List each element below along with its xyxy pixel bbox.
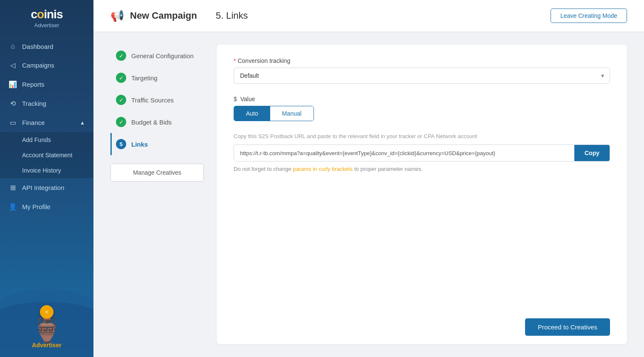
step-label: General Configuration — [131, 52, 194, 60]
postback-url-input[interactable] — [234, 145, 574, 161]
conversion-tracking-select-wrapper: Default Custom ▾ — [234, 68, 610, 84]
page-title: New Campaign — [130, 10, 197, 21]
step-label: Links — [131, 141, 148, 148]
params-highlight: params in curly brackets — [293, 166, 353, 172]
sidebar-item-add-funds[interactable]: Add Funds — [0, 132, 93, 147]
steps-panel: ✓ General Configuration ✓ Targeting ✓ Tr… — [110, 45, 204, 344]
auto-toggle-button[interactable]: Auto — [234, 106, 270, 121]
logo-text: coinis — [8, 8, 85, 21]
sidebar-item-label: API Integration — [22, 184, 64, 191]
top-bar: 📢 New Campaign 5. Links Leave Creating M… — [93, 0, 644, 32]
home-icon: ⌂ — [8, 42, 17, 50]
sidebar-item-label: Finance — [22, 119, 45, 126]
sidebar-item-my-profile[interactable]: 👤 My Profile — [0, 197, 93, 216]
step-check-icon: ✓ — [116, 51, 126, 61]
conversion-tracking-section: *Conversion tracking Default Custom ▾ — [234, 57, 610, 84]
step-label: Targeting — [131, 74, 158, 82]
copy-button[interactable]: Copy — [574, 145, 610, 161]
postback-hint: Copy this S2S Postback URL and paste to … — [234, 133, 610, 139]
dollar-sign: $ — [234, 96, 237, 102]
step-links[interactable]: 5 Links — [110, 133, 204, 155]
chevron-up-icon: ▲ — [80, 120, 85, 126]
sidebar-item-label: Tracking — [22, 100, 46, 107]
step-check-icon: ✓ — [116, 117, 126, 127]
manage-creatives-button[interactable]: Manage Creatives — [110, 164, 204, 181]
required-star: * — [234, 57, 236, 64]
api-icon: ⊞ — [8, 184, 17, 192]
postback-url-row: Copy — [234, 144, 610, 162]
sidebar-user-label: Advertiser — [0, 342, 93, 348]
sidebar-item-label: Campaigns — [22, 62, 54, 69]
sidebar-item-campaigns[interactable]: ◁ Campaigns — [0, 56, 93, 75]
sidebar: coinis Advertiser ⌂ Dashboard ◁ Campaign… — [0, 0, 93, 357]
sidebar-item-invoice-history[interactable]: Invoice History — [0, 163, 93, 178]
step-title: 5. Links — [216, 10, 248, 21]
params-note: Do not forget to change params in curly … — [234, 166, 610, 172]
conversion-tracking-label: *Conversion tracking — [234, 57, 610, 64]
leave-creating-mode-button[interactable]: Leave Creating Mode — [551, 8, 627, 23]
proceed-to-creatives-button[interactable]: Proceed to Creatives — [525, 318, 610, 336]
step-general-configuration[interactable]: ✓ General Configuration — [110, 45, 204, 67]
value-label: $ Value — [234, 96, 610, 102]
step-label: Traffic Sources — [131, 96, 174, 104]
logo-subtitle: Advertiser — [8, 22, 85, 28]
sidebar-item-dashboard[interactable]: ⌂ Dashboard — [0, 37, 93, 56]
sidebar-item-tracking[interactable]: ⟲ Tracking — [0, 94, 93, 113]
step-targeting[interactable]: ✓ Targeting — [110, 67, 204, 89]
step-check-icon: ✓ — [116, 73, 126, 83]
postback-section: Copy this S2S Postback URL and paste to … — [234, 133, 610, 172]
tracking-icon: ⟲ — [8, 99, 17, 108]
main-content: 📢 New Campaign 5. Links Leave Creating M… — [93, 0, 644, 357]
value-toggle-group: Auto Manual — [234, 106, 314, 121]
sidebar-item-finance[interactable]: ▭ Finance ▲ — [0, 113, 93, 132]
sidebar-collapse-button[interactable]: < — [40, 305, 54, 319]
step-traffic-sources[interactable]: ✓ Traffic Sources — [110, 89, 204, 111]
step-number: 5 — [116, 139, 126, 149]
sidebar-item-label: Dashboard — [22, 43, 53, 50]
top-bar-left: 📢 New Campaign 5. Links — [110, 9, 248, 23]
finance-submenu: Add Funds Account Statement Invoice Hist… — [0, 132, 93, 178]
form-panel: *Conversion tracking Default Custom ▾ $ … — [217, 45, 627, 344]
content-area: ✓ General Configuration ✓ Targeting ✓ Tr… — [93, 32, 644, 357]
finance-icon: ▭ — [8, 119, 17, 127]
conversion-tracking-select[interactable]: Default Custom — [234, 68, 610, 84]
step-label: Budget & Bids — [131, 119, 172, 126]
reports-icon: 📊 — [8, 80, 17, 88]
form-footer: Proceed to Creatives — [525, 318, 610, 336]
step-check-icon: ✓ — [116, 95, 126, 105]
campaigns-icon: ◁ — [8, 61, 17, 69]
sidebar-item-label: My Profile — [22, 203, 51, 210]
step-budget-bids[interactable]: ✓ Budget & Bids — [110, 111, 204, 133]
profile-icon: 👤 — [8, 203, 17, 211]
sidebar-item-api-integration[interactable]: ⊞ API Integration — [0, 178, 93, 197]
manual-toggle-button[interactable]: Manual — [270, 106, 314, 121]
value-section: $ Value Auto Manual — [234, 96, 610, 121]
sidebar-item-reports[interactable]: 📊 Reports — [0, 75, 93, 94]
megaphone-icon: 📢 — [110, 9, 124, 23]
sidebar-item-label: Reports — [22, 81, 45, 88]
sidebar-item-account-statement[interactable]: Account Statement — [0, 147, 93, 163]
sidebar-logo: coinis Advertiser — [0, 0, 93, 33]
